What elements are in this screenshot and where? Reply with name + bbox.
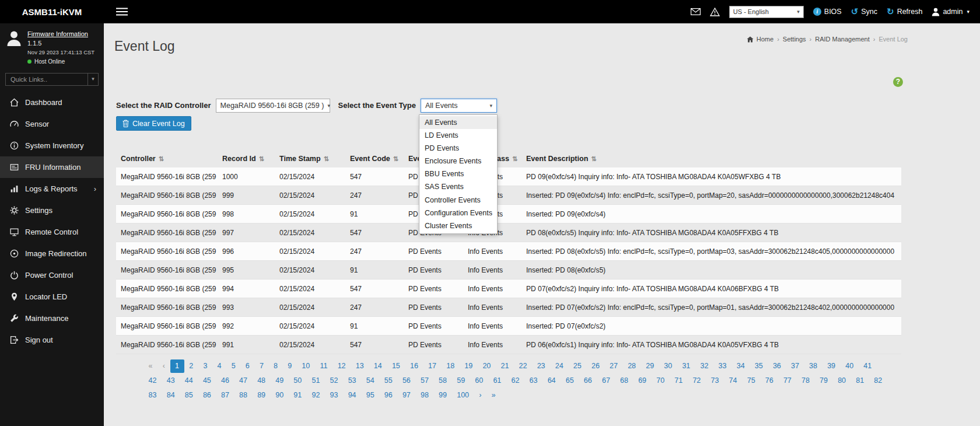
event-type-select[interactable]: All Events ▾ xyxy=(421,99,497,113)
pagination-page[interactable]: 60 xyxy=(470,374,488,387)
pagination-page[interactable]: 36 xyxy=(768,359,786,373)
dropdown-option[interactable]: Controller Events xyxy=(419,194,497,207)
pagination-page[interactable]: 69 xyxy=(634,374,652,387)
pagination-page[interactable]: 26 xyxy=(586,359,604,373)
pagination-page[interactable]: 38 xyxy=(804,359,822,373)
pagination-page[interactable]: 48 xyxy=(253,374,271,387)
pagination-page[interactable]: 57 xyxy=(415,374,433,387)
pagination-page[interactable]: 70 xyxy=(652,374,670,387)
pagination-page[interactable]: 46 xyxy=(216,374,234,387)
pagination-prev[interactable]: ‹ xyxy=(158,359,170,373)
pagination-last[interactable]: » xyxy=(487,389,501,402)
warning-icon[interactable] xyxy=(710,8,720,16)
pagination-page[interactable]: 74 xyxy=(724,374,742,387)
mail-icon[interactable] xyxy=(691,8,701,15)
pagination-page[interactable]: 77 xyxy=(778,374,796,387)
pagination-page[interactable]: 18 xyxy=(442,359,460,373)
pagination-page[interactable]: 97 xyxy=(397,389,415,402)
column-header-record-id[interactable]: Record Id⇅ xyxy=(218,150,275,167)
pagination-page[interactable]: 24 xyxy=(550,359,568,373)
pagination-page[interactable]: 53 xyxy=(343,374,361,387)
pagination-page[interactable]: 22 xyxy=(514,359,532,373)
pagination-page[interactable]: 27 xyxy=(604,359,622,373)
pagination-page[interactable]: 71 xyxy=(670,374,688,387)
pagination-page[interactable]: 87 xyxy=(216,389,234,402)
pagination-page[interactable]: 3 xyxy=(198,359,212,373)
pagination-page[interactable]: 2 xyxy=(184,359,198,373)
pagination-page[interactable]: 81 xyxy=(851,374,869,387)
pagination-page[interactable]: 98 xyxy=(415,389,433,402)
firmware-information-link[interactable]: Firmware Information xyxy=(27,30,94,37)
pagination-page[interactable]: 34 xyxy=(732,359,750,373)
pagination-page[interactable]: 10 xyxy=(297,359,315,373)
pagination-page[interactable]: 41 xyxy=(859,359,877,373)
pagination-page[interactable]: 13 xyxy=(351,359,369,373)
pagination-page[interactable]: 52 xyxy=(325,374,343,387)
pagination-page[interactable]: 78 xyxy=(796,374,814,387)
pagination-page[interactable]: 19 xyxy=(460,359,478,373)
pagination-page[interactable]: 100 xyxy=(452,389,474,402)
pagination-page[interactable]: 65 xyxy=(561,374,579,387)
sidebar-item-locator-led[interactable]: Locator LED xyxy=(0,286,104,308)
pagination-page[interactable]: 66 xyxy=(579,374,597,387)
pagination-page[interactable]: 85 xyxy=(180,389,198,402)
sidebar-item-remote-control[interactable]: Remote Control xyxy=(0,221,104,243)
pagination-page[interactable]: 11 xyxy=(315,359,332,373)
pagination-page[interactable]: 63 xyxy=(524,374,542,387)
dropdown-option[interactable]: BBU Events xyxy=(419,167,497,180)
pagination-page[interactable]: 8 xyxy=(268,359,282,373)
clear-event-log-button[interactable]: Clear Event Log xyxy=(116,116,191,131)
pagination-page[interactable]: 61 xyxy=(488,374,506,387)
dropdown-option[interactable]: Enclosure Events xyxy=(419,155,497,167)
sidebar-item-image-redirection[interactable]: Image Redirection xyxy=(0,243,104,264)
sidebar-item-fru-information[interactable]: FRU Information xyxy=(0,156,104,178)
sidebar-item-maintenance[interactable]: Maintenance xyxy=(0,308,104,329)
pagination-page[interactable]: 33 xyxy=(713,359,732,373)
pagination-page[interactable]: 76 xyxy=(760,374,778,387)
dropdown-option[interactable]: Configuration Events xyxy=(419,207,497,219)
pagination-page[interactable]: 47 xyxy=(234,374,252,387)
dropdown-option[interactable]: All Events xyxy=(419,116,497,129)
pagination-page[interactable]: 31 xyxy=(677,359,695,373)
pagination-page[interactable]: 43 xyxy=(162,374,180,387)
pagination-page[interactable]: 73 xyxy=(706,374,724,387)
pagination-page[interactable]: 64 xyxy=(542,374,561,387)
pagination-page[interactable]: 1 xyxy=(170,359,184,373)
pagination-page[interactable]: 59 xyxy=(452,374,470,387)
sync-button[interactable]: ↺ Sync xyxy=(851,8,877,16)
pagination-page[interactable]: 55 xyxy=(379,374,397,387)
pagination-page[interactable]: 40 xyxy=(841,359,859,373)
pagination-page[interactable]: 49 xyxy=(271,374,289,387)
pagination-page[interactable]: 7 xyxy=(254,359,268,373)
pagination-page[interactable]: 20 xyxy=(478,359,496,373)
column-header-event-description[interactable]: Event Description⇅ xyxy=(522,150,901,167)
pagination-page[interactable]: 72 xyxy=(688,374,706,387)
pagination-page[interactable]: 35 xyxy=(750,359,768,373)
sidebar-item-sign-out[interactable]: Sign out xyxy=(0,329,104,351)
sidebar-item-settings[interactable]: Settings xyxy=(0,200,104,221)
pagination-page[interactable]: 15 xyxy=(387,359,405,373)
menu-toggle-button[interactable] xyxy=(116,8,128,16)
pagination-page[interactable]: 67 xyxy=(597,374,615,387)
pagination-page[interactable]: 91 xyxy=(289,389,307,402)
pagination-page[interactable]: 45 xyxy=(198,374,216,387)
sidebar-item-power-control[interactable]: Power Control xyxy=(0,264,104,286)
pagination-page[interactable]: 96 xyxy=(379,389,397,402)
pagination-page[interactable]: 93 xyxy=(325,389,343,402)
pagination-page[interactable]: 21 xyxy=(496,359,514,373)
pagination-page[interactable]: 90 xyxy=(271,389,289,402)
pagination-page[interactable]: 86 xyxy=(198,389,216,402)
pagination-page[interactable]: 29 xyxy=(641,359,659,373)
pagination-page[interactable]: 14 xyxy=(369,359,387,373)
pagination-page[interactable]: 50 xyxy=(289,374,307,387)
breadcrumb-item[interactable]: Home xyxy=(757,36,783,43)
sidebar-item-system-inventory[interactable]: System Inventory xyxy=(0,135,104,156)
language-select[interactable]: US - English ▾ xyxy=(729,6,804,18)
pagination-page[interactable]: 32 xyxy=(695,359,713,373)
breadcrumb-item[interactable]: Settings xyxy=(783,36,815,43)
pagination-page[interactable]: 79 xyxy=(814,374,832,387)
breadcrumb-item[interactable]: RAID Management xyxy=(815,36,878,43)
pagination-page[interactable]: 68 xyxy=(615,374,633,387)
pagination-page[interactable]: 95 xyxy=(361,389,379,402)
pagination-page[interactable]: 25 xyxy=(568,359,586,373)
